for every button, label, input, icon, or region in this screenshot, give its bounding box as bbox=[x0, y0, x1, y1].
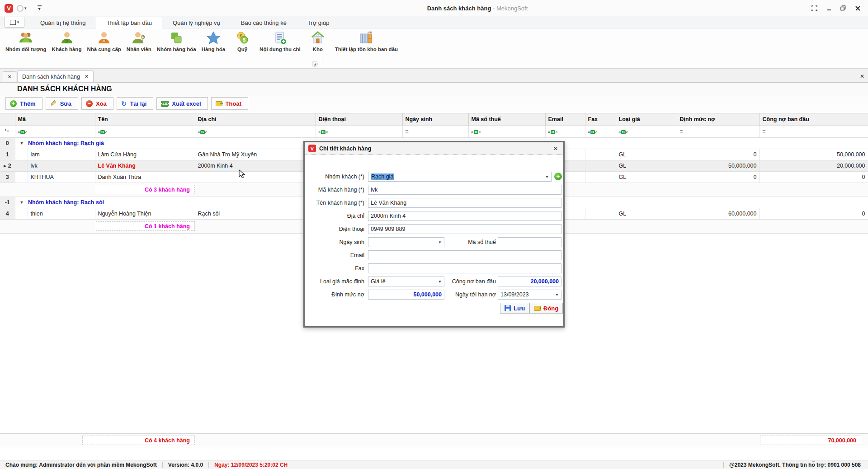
fax-input[interactable] bbox=[368, 263, 561, 273]
group-collapse-icon[interactable]: ▼ bbox=[20, 141, 24, 145]
ribbon-item-noi-dung-thu-chi[interactable]: Nội dung thu chi bbox=[257, 30, 303, 52]
ribbon-item-thiet-lap-ton-kho[interactable]: Thiết lập tồn kho ban đầu bbox=[332, 30, 401, 52]
cell-dinh-muc-no: 0 bbox=[677, 149, 760, 160]
edit-button[interactable]: Sửa bbox=[46, 97, 78, 110]
column-header-loai-gia[interactable]: Loại giá bbox=[616, 113, 677, 126]
dialog-titlebar[interactable]: V Chi tiết khách hàng ✕ bbox=[305, 142, 563, 155]
column-header-cong-no-ban-dau[interactable]: Công nợ ban đầu bbox=[760, 113, 868, 126]
close-tab-group-button[interactable]: ✕ bbox=[3, 71, 16, 82]
reload-button[interactable]: ↻ Tải lại bbox=[117, 97, 153, 110]
chevron-down-icon[interactable]: ▼ bbox=[553, 293, 559, 297]
column-header-dien-thoai[interactable]: Điện thoại bbox=[316, 113, 402, 126]
ribbon-tab-thiet-lap-ban-dau[interactable]: Thiết lập ban đầu bbox=[96, 17, 162, 28]
delete-button[interactable]: − Xóa bbox=[81, 97, 113, 110]
filter-row-indicator bbox=[0, 126, 15, 137]
chevron-down-icon[interactable]: ▼ bbox=[543, 175, 549, 179]
row-indicator-focused: ▸ 2 bbox=[0, 160, 15, 171]
export-excel-button[interactable]: XLSX Xuất excel bbox=[156, 97, 208, 110]
fullscreen-button[interactable] bbox=[810, 5, 818, 12]
dien-thoai-input[interactable] bbox=[368, 224, 561, 234]
group-collapse-icon[interactable]: ▼ bbox=[20, 200, 24, 205]
filter-cell-dien-thoai[interactable]: aBc bbox=[316, 126, 402, 137]
column-header-ma[interactable]: Mã bbox=[15, 113, 95, 126]
filter-cell-email[interactable]: aBc bbox=[545, 126, 585, 137]
toolbar: + Thêm Sửa − Xóa ↻ Tải lại XLSX Xuất exc… bbox=[0, 95, 868, 112]
loai-gia-combobox[interactable]: Giá lẻ ▼ bbox=[368, 277, 444, 286]
dialog-close-icon[interactable]: ✕ bbox=[552, 145, 560, 152]
column-header-ten[interactable]: Tên bbox=[95, 113, 195, 126]
ngay-sinh-combobox[interactable]: ▼ bbox=[368, 237, 444, 247]
cell-cong-no-ban-dau: 50,000,000 bbox=[760, 149, 868, 160]
filter-cell-dinh-muc-no[interactable]: = bbox=[677, 126, 760, 137]
ma-so-thue-input[interactable] bbox=[498, 237, 561, 247]
minimize-button[interactable] bbox=[825, 5, 833, 12]
dialog-title: Chi tiết khách hàng bbox=[319, 145, 548, 152]
ribbon-tab-bao-cao-thong-ke[interactable]: Báo cáo thống kê bbox=[231, 17, 297, 28]
filter-cell-loai-gia[interactable]: aBc bbox=[616, 126, 677, 137]
ribbon-item-hang-hoa[interactable]: Hàng hóa bbox=[199, 30, 228, 52]
status-date: Ngày: 12/09/2023 5:20:02 CH bbox=[209, 462, 293, 468]
chevron-down-icon[interactable]: ▼ bbox=[436, 240, 442, 244]
ribbon-item-nhom-doi-tuong[interactable]: Nhóm đối tượng bbox=[3, 30, 49, 52]
save-button[interactable]: Lưu bbox=[500, 303, 529, 314]
ribbon-item-kho[interactable]: Kho bbox=[303, 30, 332, 52]
dia-chi-input[interactable] bbox=[368, 211, 561, 221]
ribbon-item-nhan-vien[interactable]: Nhân viên bbox=[124, 30, 154, 52]
add-button[interactable]: + Thêm bbox=[5, 97, 42, 110]
ribbon-item-nha-cung-cap[interactable]: DX Nhà cung cấp bbox=[84, 30, 123, 52]
close-button[interactable] bbox=[854, 5, 862, 12]
restore-button[interactable] bbox=[839, 5, 847, 12]
column-header-ma-so-thue[interactable]: Mã số thuế bbox=[468, 113, 545, 126]
email-input[interactable] bbox=[368, 250, 561, 260]
ma-khach-hang-input[interactable] bbox=[368, 185, 561, 195]
ribbon-tab-quan-ly-nghiep-vu[interactable]: Quản lý nghiệp vụ bbox=[162, 17, 231, 28]
field-label-ten-khach-hang: Tên khách hàng (*) bbox=[305, 198, 364, 208]
filter-cell-ngay-sinh[interactable]: = bbox=[402, 126, 468, 137]
filter-cell-dia-chi[interactable]: aBc bbox=[195, 126, 316, 137]
field-label-ngay-toi-han-no: Ngày tới hạn nợ bbox=[442, 290, 496, 300]
ribbon-item-quy[interactable]: €$ Quỹ bbox=[228, 30, 257, 52]
ten-khach-hang-input[interactable] bbox=[368, 198, 561, 208]
group-dialog-launcher-button[interactable]: ◢ bbox=[312, 61, 318, 67]
cell-dia-chi: Gần Nhà Trọ Mỹ Xuyên bbox=[195, 149, 316, 160]
column-header-ngay-sinh[interactable]: Ngày sinh bbox=[402, 113, 468, 126]
application-window: V ▾ ▾ Danh sách khách hàng - MekongSoft bbox=[0, 0, 868, 469]
filter-cell-cong-no-ban-dau[interactable]: = bbox=[760, 126, 868, 137]
filter-cell-ten[interactable]: aBc bbox=[95, 126, 195, 137]
cong-no-ban-dau-input[interactable] bbox=[498, 277, 561, 286]
exit-button[interactable]: Thoát bbox=[211, 97, 248, 110]
filter-cell-ma-so-thue[interactable]: aBc bbox=[468, 126, 545, 137]
save-floppy-icon bbox=[505, 305, 511, 311]
cell-dia-chi: 2000m Kinh 4 bbox=[195, 160, 316, 171]
application-menu-button[interactable]: ▾ bbox=[5, 17, 24, 28]
initial-stock-icon bbox=[359, 30, 374, 46]
add-group-button[interactable]: + bbox=[554, 173, 562, 180]
close-document-button[interactable]: ✕ bbox=[860, 73, 864, 80]
filter-cell-fax[interactable]: aBc bbox=[585, 126, 616, 137]
cell-ten: Danh Xuân Thừa bbox=[95, 171, 195, 183]
column-header-fax[interactable]: Fax bbox=[585, 113, 616, 126]
ribbon-item-label: Kho bbox=[313, 47, 323, 52]
ribbon-item-khach-hang[interactable]: Khách hàng bbox=[49, 30, 85, 52]
filter-cell-ma[interactable]: aBc bbox=[15, 126, 95, 137]
ribbon-tab-tro-giup[interactable]: Trợ giúp bbox=[297, 17, 340, 28]
ngay-toi-han-no-datepicker[interactable]: 13/09/2023 ▼ bbox=[498, 290, 561, 300]
ribbon-item-label: Hàng hóa bbox=[202, 47, 225, 52]
status-version: Version: 4.0.0 bbox=[163, 462, 208, 468]
column-header-email[interactable]: Email bbox=[545, 113, 585, 126]
dialog-close-button[interactable]: Đóng bbox=[529, 303, 563, 314]
dinh-muc-no-input[interactable] bbox=[368, 290, 444, 300]
doc-tab-danh-sach-khach-hang[interactable]: Danh sách khách hàng ✕ bbox=[17, 70, 94, 82]
ribbon-tab-quan-tri-he-thong[interactable]: Quản trị hệ thống bbox=[30, 17, 96, 28]
toolbar-customize-icon[interactable]: ▾ bbox=[38, 5, 42, 11]
chevron-down-icon[interactable]: ▼ bbox=[436, 280, 442, 284]
column-header-dia-chi[interactable]: Địa chỉ bbox=[195, 113, 316, 126]
tab-close-icon[interactable]: ✕ bbox=[85, 74, 89, 80]
cell-ten-highlighted: Lê Văn Kháng bbox=[95, 160, 195, 171]
svg-text:DX: DX bbox=[103, 40, 105, 42]
column-header-dinh-muc-no[interactable]: Định mức nợ bbox=[677, 113, 760, 126]
quick-access-button[interactable]: ▾ bbox=[17, 5, 27, 12]
nhom-khach-combobox[interactable]: Rạch giá ▼ bbox=[368, 172, 552, 182]
ribbon-item-nhom-hang-hoa[interactable]: Nhóm hàng hóa bbox=[154, 30, 199, 52]
export-excel-button-label: Xuất excel bbox=[172, 100, 201, 107]
